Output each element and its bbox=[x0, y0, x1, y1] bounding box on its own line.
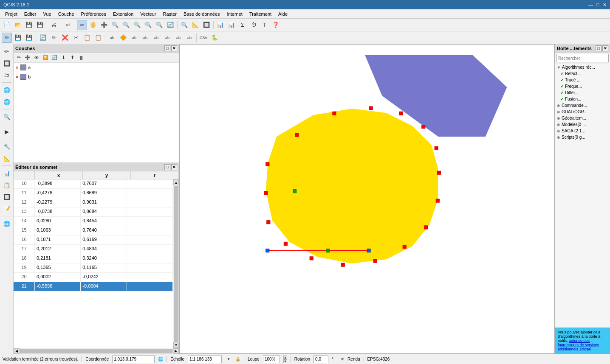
table-row[interactable]: 19 0,1365 0,1165 bbox=[14, 263, 173, 273]
loupe-down-btn[interactable]: ▼ bbox=[283, 359, 287, 363]
refresh-btn[interactable]: 🔄 bbox=[165, 20, 175, 30]
rotation-input[interactable] bbox=[313, 356, 328, 363]
left-tool-2[interactable]: 🔲 bbox=[1, 58, 12, 69]
save-btn[interactable]: 💾 bbox=[24, 20, 34, 30]
table-row[interactable]: 16 0,1871 0,6169 bbox=[14, 235, 173, 245]
help-btn[interactable]: ❓ bbox=[271, 20, 281, 30]
menu-raster[interactable]: Raster bbox=[160, 11, 180, 17]
save-edit-btn[interactable]: 💾 bbox=[24, 33, 34, 43]
stat2-btn[interactable]: 📊 bbox=[226, 20, 237, 30]
layer-add-btn[interactable]: ➕ bbox=[23, 53, 32, 62]
menu-couche[interactable]: Couche bbox=[55, 11, 78, 17]
cp-12[interactable] bbox=[341, 263, 345, 266]
print-btn[interactable]: 🖨 bbox=[49, 20, 59, 30]
label-btn5[interactable]: ab bbox=[151, 33, 161, 43]
table-row[interactable]: 14 0,0280 0,8454 bbox=[14, 217, 173, 226]
tree-item-fusion[interactable]: ✔ Fusion... bbox=[559, 96, 610, 102]
table-row[interactable]: 18 0,2181 0,3240 bbox=[14, 254, 173, 263]
menu-vecteur[interactable]: Vecteur bbox=[137, 11, 159, 17]
measure-btn[interactable]: 📐 bbox=[190, 20, 201, 30]
loupe-up-btn[interactable]: ▲ bbox=[283, 356, 287, 359]
layer-remove-btn[interactable]: 🗑 bbox=[77, 53, 85, 62]
left-tool-9[interactable]: 📐 bbox=[1, 153, 12, 164]
tree-item-differ[interactable]: ✔ Différ... bbox=[559, 90, 610, 96]
vertex-scrollbar-h[interactable]: ◀ ▶ bbox=[14, 348, 179, 354]
label-btn4[interactable]: ab bbox=[140, 33, 150, 43]
cp-9[interactable] bbox=[424, 226, 428, 229]
layer-move-up-btn[interactable]: 🔄 bbox=[50, 53, 59, 62]
tree-item-freque[interactable]: ✔ Freque... bbox=[559, 83, 610, 90]
timer-btn[interactable]: ⏱ bbox=[249, 20, 259, 30]
zoom-out-btn[interactable]: 🔍 bbox=[121, 20, 131, 30]
stat-btn[interactable]: 📊 bbox=[215, 20, 226, 30]
loupe-input[interactable] bbox=[263, 356, 280, 363]
scale-input[interactable] bbox=[188, 356, 222, 363]
cp-8[interactable] bbox=[436, 199, 439, 202]
label-btn8[interactable]: ab bbox=[184, 33, 195, 43]
layer-edit-btn[interactable]: ✏ bbox=[14, 53, 23, 62]
cp-17[interactable] bbox=[266, 162, 269, 166]
tree-item-scripts[interactable]: ⊕ Scripts[0 g... bbox=[555, 134, 610, 140]
left-tool-3[interactable]: 🗂 bbox=[1, 70, 12, 81]
table-row[interactable]: 20 0,0002 -0,0242 bbox=[14, 273, 173, 282]
text-btn[interactable]: T bbox=[260, 20, 270, 30]
coord-input[interactable] bbox=[112, 356, 155, 363]
map-area[interactable] bbox=[179, 44, 555, 354]
left-tool-7[interactable]: ▶ bbox=[1, 126, 12, 137]
cp-6[interactable] bbox=[435, 146, 438, 150]
menu-traitement[interactable]: Traitement bbox=[246, 11, 275, 17]
table-row[interactable]: 11 -0,4278 0,8689 bbox=[14, 189, 173, 198]
cp-4[interactable] bbox=[399, 112, 403, 115]
add-feature-btn[interactable]: 🔄 bbox=[38, 33, 48, 43]
couches-close-btn[interactable]: ✕ bbox=[171, 45, 177, 51]
scroll-up-arrow[interactable]: ▲ bbox=[173, 179, 179, 185]
open-btn[interactable]: 📂 bbox=[13, 20, 23, 30]
right-panel-close-btn[interactable]: ✕ bbox=[602, 45, 608, 51]
table-row[interactable]: 12 -0,2279 0,9031 bbox=[14, 198, 173, 207]
label-btn7[interactable]: ab bbox=[173, 33, 184, 43]
cp-14[interactable] bbox=[284, 242, 287, 245]
select-rect-btn[interactable]: 🔲 bbox=[201, 20, 212, 30]
scroll-left-arrow[interactable]: ◀ bbox=[14, 348, 20, 354]
maximize-btn[interactable]: □ bbox=[596, 2, 599, 8]
cp-5[interactable] bbox=[422, 125, 425, 129]
scale-dropdown-btn[interactable]: ▼ bbox=[225, 356, 232, 363]
cp-green-2[interactable] bbox=[326, 249, 330, 252]
footer-close[interactable]: [close] bbox=[580, 347, 591, 351]
menu-projet[interactable]: Projet bbox=[2, 11, 21, 17]
paste-btn[interactable]: 📋 bbox=[93, 33, 103, 43]
cp-blue-2[interactable] bbox=[367, 249, 370, 252]
menu-extension[interactable]: Extension bbox=[110, 11, 137, 17]
tree-item-gdal[interactable]: ⊕ GDAL/OGR... bbox=[555, 109, 610, 115]
digitize-btn[interactable]: ✏ bbox=[2, 33, 12, 43]
move-btn[interactable]: ✏ bbox=[49, 33, 59, 43]
left-tool-14[interactable]: 🌐 bbox=[1, 218, 12, 229]
tree-item-geotrait[interactable]: ⊕ Géotraitem... bbox=[555, 115, 610, 121]
edit-mode-btn[interactable]: ✏ bbox=[77, 20, 87, 30]
scroll-thumb-h[interactable] bbox=[20, 349, 172, 353]
vertex-close-btn[interactable]: ✕ bbox=[171, 164, 177, 170]
tree-item-trace[interactable]: ✔ Tracé ... bbox=[559, 77, 610, 83]
menu-editer[interactable]: Éditer bbox=[21, 11, 40, 17]
layer-move-down-btn[interactable]: ⬇ bbox=[59, 53, 68, 62]
cp-7[interactable] bbox=[437, 171, 441, 174]
window-controls[interactable]: — □ ✕ bbox=[588, 2, 607, 8]
layer-filter-btn[interactable]: 🔽 bbox=[41, 53, 50, 62]
left-tool-13[interactable]: 📝 bbox=[1, 203, 12, 214]
layer-move-top-btn[interactable]: ⬆ bbox=[68, 53, 76, 62]
save-layer-btn[interactable]: 💾 bbox=[13, 33, 23, 43]
cp-blue-1[interactable] bbox=[266, 249, 269, 252]
layer-b-checkbox-icon[interactable]: ✕ bbox=[15, 75, 19, 79]
label-btn3[interactable]: ab bbox=[129, 33, 139, 43]
label-btn6[interactable]: ab bbox=[162, 33, 172, 43]
copy-btn[interactable]: 📋 bbox=[82, 33, 92, 43]
left-tool-8[interactable]: 🔧 bbox=[1, 141, 12, 152]
select-btn[interactable]: ➕ bbox=[99, 20, 109, 30]
label-btn2[interactable]: 🔶 bbox=[118, 33, 128, 43]
menu-preferences[interactable]: Préférences bbox=[78, 11, 110, 17]
sum-btn[interactable]: Σ bbox=[237, 20, 248, 30]
delete-btn[interactable]: ❌ bbox=[60, 33, 70, 43]
zoom-in-btn[interactable]: 🔍 bbox=[110, 20, 120, 30]
tree-item-saga[interactable]: ⊕ SAGA (2.1... bbox=[555, 128, 610, 134]
label-btn1[interactable]: ab bbox=[107, 33, 117, 43]
